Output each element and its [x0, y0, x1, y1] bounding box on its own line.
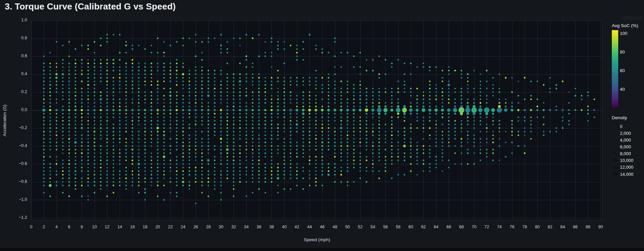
- y-tick-label: 0.8: [0, 36, 27, 40]
- y-tick-label: 0.2: [0, 89, 27, 94]
- x-tick-label: 74: [497, 225, 502, 229]
- x-tick-label: 66: [446, 225, 451, 229]
- y-tick-label: −1.0: [0, 197, 27, 202]
- x-tick-label: 26: [193, 225, 198, 229]
- density-legend-items: 02,0004,0006,0008,00010,00012,00014,000: [612, 123, 644, 178]
- x-tick-label: 52: [358, 225, 363, 229]
- x-tick-label: 72: [484, 225, 489, 229]
- x-tick-label: 86: [573, 225, 578, 229]
- x-axis-title: Speed (mph): [31, 237, 603, 242]
- scatter-plot-area[interactable]: [31, 20, 603, 220]
- x-tick-label: 84: [560, 225, 565, 229]
- colorbar-tick-label: 80: [620, 49, 625, 55]
- density-item: 12,000: [612, 164, 644, 170]
- density-item: 10,000: [612, 157, 644, 164]
- x-tick-label: 0: [30, 225, 33, 229]
- density-item-label: 6,000: [620, 144, 631, 149]
- density-dot-icon: [614, 139, 617, 142]
- x-tick-label: 16: [130, 225, 135, 229]
- y-axis-title: Acceleration (G): [2, 99, 7, 143]
- density-item-label: 14,000: [620, 172, 633, 177]
- x-tick-label: 50: [345, 225, 350, 229]
- density-item: 8,000: [612, 150, 644, 157]
- density-legend: Density 02,0004,0006,0008,00010,00012,00…: [612, 115, 644, 178]
- x-tick-label: 6: [68, 225, 71, 229]
- colorbar-ticks: 100806040: [620, 30, 640, 107]
- x-tick-label: 20: [155, 225, 160, 229]
- x-tick-label: 42: [295, 225, 299, 229]
- plot-toolbar-ghost[interactable]: [622, 16, 643, 20]
- x-tick-label: 18: [143, 225, 147, 229]
- x-tick-label: 22: [168, 225, 173, 229]
- density-dot-icon: [612, 164, 618, 170]
- x-tick-label: 60: [408, 225, 413, 229]
- x-tick-label: 82: [548, 225, 552, 229]
- density-item-label: 8,000: [620, 151, 631, 156]
- density-legend-title: Density: [612, 115, 644, 120]
- x-tick-label: 24: [181, 225, 185, 229]
- x-tick-label: 2: [43, 225, 45, 229]
- colorbar-gradient: [612, 30, 618, 107]
- y-tick-label: 0.6: [0, 54, 27, 58]
- x-tick-label: 58: [396, 225, 401, 229]
- x-tick-label: 46: [320, 225, 325, 229]
- y-tick-label: 0.4: [0, 71, 27, 76]
- x-tick-label: 30: [219, 225, 223, 229]
- x-tick-label: 48: [333, 225, 337, 229]
- x-tick-label: 62: [421, 225, 426, 229]
- colorbar-tick-label: 40: [620, 87, 625, 92]
- density-dot-icon: [615, 126, 616, 127]
- x-tick-label: 28: [206, 225, 211, 229]
- x-tick-label: 80: [535, 225, 540, 229]
- density-item-label: 12,000: [620, 165, 633, 170]
- page: { "page": { "title": "3. Torque Curve (C…: [0, 0, 644, 251]
- x-tick-label: 34: [244, 225, 249, 229]
- x-tick-label: 36: [257, 225, 261, 229]
- density-item: 6,000: [612, 143, 644, 150]
- x-tick-label: 8: [81, 225, 83, 229]
- colorbar-tick-label: 60: [620, 68, 625, 73]
- y-tick-label: 1.0: [0, 18, 27, 22]
- density-item-label: 0: [620, 124, 622, 129]
- footer-strip: [0, 248, 644, 251]
- density-dot-icon: [613, 158, 618, 163]
- colorbar-tick-label: 100: [620, 31, 627, 36]
- density-dot-icon: [613, 145, 617, 149]
- x-tick-label: 64: [434, 225, 439, 229]
- x-tick-label: 76: [510, 225, 515, 229]
- x-tick-label: 44: [307, 225, 312, 229]
- x-tick-label: 70: [472, 225, 477, 229]
- y-tick-label: −0.4: [0, 143, 27, 148]
- density-item-label: 4,000: [620, 138, 631, 143]
- x-tick-label: 56: [383, 225, 388, 229]
- x-tick-label: 68: [459, 225, 464, 229]
- density-item: 14,000: [612, 170, 644, 178]
- density-item: 4,000: [612, 137, 644, 143]
- colorbar-legend: Avg SoC (%) 100806040: [612, 23, 644, 108]
- density-dot-icon: [612, 171, 619, 177]
- x-tick-label: 32: [231, 225, 236, 229]
- x-tick-label: 40: [282, 225, 287, 229]
- x-tick-label: 4: [55, 225, 58, 229]
- x-tick-label: 90: [598, 225, 603, 229]
- density-item: 2,000: [612, 130, 644, 137]
- x-tick-label: 88: [586, 225, 590, 229]
- density-dot-icon: [614, 132, 617, 134]
- x-tick-label: 78: [522, 225, 527, 229]
- x-tick-label: 14: [117, 225, 122, 229]
- x-tick-label: 54: [370, 225, 375, 229]
- density-dot-icon: [613, 151, 618, 156]
- y-tick-label: −0.6: [0, 161, 27, 166]
- x-tick-label: 38: [269, 225, 274, 229]
- x-tick-label: 10: [92, 225, 97, 229]
- density-item-label: 10,000: [620, 158, 633, 163]
- x-tick-label: 12: [105, 225, 109, 229]
- chart-title: 3. Torque Curve (Calibrated G vs Speed): [5, 1, 176, 12]
- density-item: 0: [612, 123, 644, 130]
- density-item-label: 2,000: [620, 131, 631, 136]
- colorbar-title: Avg SoC (%): [612, 23, 644, 28]
- y-tick-label: −1.2: [0, 215, 27, 220]
- y-tick-label: −0.8: [0, 179, 27, 184]
